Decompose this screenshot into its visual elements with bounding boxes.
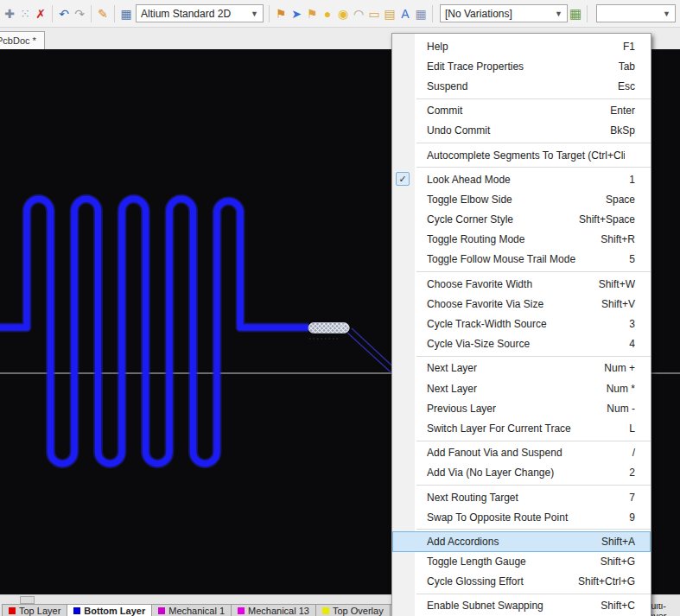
menu-item-shortcut: F1 xyxy=(623,41,635,53)
menu-item-toggle-length-gauge[interactable]: Toggle Length GaugeShift+G xyxy=(392,552,651,572)
menu-item-label: Choose Favorite Width xyxy=(427,278,588,290)
menu-item-suspend[interactable]: SuspendEsc xyxy=(392,76,651,96)
menu-item-add-accordions[interactable]: Add AccordionsShift+A xyxy=(392,531,651,551)
clear-filter-icon[interactable]: ✗ xyxy=(33,4,48,23)
chevron-down-icon: ▼ xyxy=(663,10,670,18)
interactive-routing-icon[interactable]: ⚑ xyxy=(273,4,289,23)
menu-separator xyxy=(416,529,651,530)
menu-separator xyxy=(416,143,651,143)
layer-color-swatch xyxy=(158,607,165,614)
snap-grid-icon[interactable]: ⁙ xyxy=(17,4,33,23)
menu-item-next-layer[interactable]: Next LayerNum * xyxy=(392,378,651,398)
extra-dropdown[interactable]: ▼ xyxy=(596,4,676,22)
toolbar-separator xyxy=(52,5,53,22)
lookahead-segment xyxy=(347,333,397,378)
view-configuration-value: Altium Standard 2D xyxy=(141,8,245,20)
document-tab-pcbdoc[interactable]: PcbDoc * xyxy=(0,31,45,49)
arc-icon[interactable]: ◠ xyxy=(351,4,366,23)
menu-item-switch-layer-for-current-trace[interactable]: Switch Layer For Current TraceL xyxy=(392,418,651,438)
menu-item-toggle-follow-mouse-trail-mode[interactable]: Toggle Follow Mouse Trail Mode5 xyxy=(392,250,651,270)
menu-item-label: Toggle Routing Mode xyxy=(427,233,590,245)
layer-tab-mechanical-1[interactable]: Mechanical 1 xyxy=(151,604,231,616)
layer-tab-label: Top Layer xyxy=(19,606,60,616)
menu-item-toggle-routing-mode[interactable]: Toggle Routing ModeShift+R xyxy=(392,230,651,250)
menu-item-label: Suspend xyxy=(427,80,607,92)
menu-item-label: Next Routing Target xyxy=(427,492,619,504)
menu-item-label: Next Layer xyxy=(427,383,596,395)
layer-tab-top-layer[interactable]: Top Layer xyxy=(2,604,67,616)
move-component-icon[interactable]: ✚ xyxy=(2,4,17,23)
menu-item-shortcut: Shift+R xyxy=(601,233,635,245)
layer-tab-mechanical-13[interactable]: Mechanical 13 xyxy=(231,604,315,616)
component-icon[interactable]: ▦ xyxy=(413,4,429,23)
variations-dropdown[interactable]: [No Variations] ▼ xyxy=(440,4,568,22)
menu-item-add-via-no-layer-change[interactable]: Add Via (No Layer Change)2 xyxy=(392,463,651,483)
menu-item-label: Toggle Elbow Side xyxy=(427,194,595,206)
layer-tab-label: Mechanical 13 xyxy=(248,606,309,616)
toolbar-group-undo-redo: ↶↷ xyxy=(56,4,87,23)
menu-separator xyxy=(416,441,651,441)
menu-item-shortcut: Shift+W xyxy=(599,278,635,290)
menu-item-add-fanout-via-and-suspend[interactable]: Add Fanout Via and Suspend/ xyxy=(392,443,651,463)
menu-item-label: Cycle Track-Width Source xyxy=(427,318,619,330)
menu-item-cycle-corner-style[interactable]: Cycle Corner StyleShift+Space xyxy=(392,210,651,230)
menu-item-edit-trace-properties[interactable]: Edit Trace PropertiesTab xyxy=(392,56,651,76)
horizontal-scrollbar-thumb[interactable] xyxy=(20,596,35,604)
menu-item-shortcut: Enter xyxy=(610,105,635,117)
menu-item-enable-subnet-swapping[interactable]: Enable Subnet SwappingShift+C xyxy=(392,596,651,616)
toolbar-group-filter: ▦ xyxy=(118,4,134,23)
layer-tab-bottom-layer[interactable]: Bottom Layer xyxy=(67,604,151,616)
layer-tab-label: Mechanical 1 xyxy=(168,606,225,616)
pad-array-icon[interactable]: ▤ xyxy=(382,4,397,23)
filter-icon[interactable]: ▦ xyxy=(118,4,134,23)
menu-item-help[interactable]: HelpF1 xyxy=(392,36,651,56)
layer-color-swatch xyxy=(73,607,80,614)
toolbar-group-routing: ⚑➤⚑●◉◠▭▤A▦ xyxy=(273,4,429,23)
toolbar-group-brush: ✎ xyxy=(95,4,111,23)
route-select-icon[interactable]: ➤ xyxy=(289,4,304,23)
diff-pair-routing-icon[interactable]: ⚑ xyxy=(304,4,320,23)
menu-item-shortcut: Space xyxy=(606,194,635,206)
menu-item-shortcut: 3 xyxy=(629,318,635,330)
view-configuration-dropdown[interactable]: Altium Standard 2D ▼ xyxy=(136,4,264,22)
menu-item-previous-layer[interactable]: Previous LayerNum - xyxy=(392,398,651,418)
menu-item-cycle-glossing-effort[interactable]: Cycle Glossing EffortShift+Ctrl+G xyxy=(392,572,651,592)
toolbar-separator xyxy=(114,5,115,22)
layer-tab-top-overlay[interactable]: Top Overlay xyxy=(315,604,390,616)
menu-item-cycle-via-size-source[interactable]: Cycle Via-Size Source4 xyxy=(392,334,651,354)
menu-item-shortcut: Esc xyxy=(618,80,635,92)
layer-color-swatch xyxy=(238,607,245,614)
chevron-down-icon: ▼ xyxy=(555,10,562,18)
via-icon[interactable]: ◉ xyxy=(335,4,351,23)
menu-item-cycle-track-width-source[interactable]: Cycle Track-Width Source3 xyxy=(392,314,651,333)
text-icon[interactable]: A xyxy=(397,4,413,23)
layer-color-swatch xyxy=(322,607,329,614)
toolbar-separator xyxy=(269,5,270,22)
undo-icon[interactable]: ↶ xyxy=(56,4,72,23)
menu-item-commit[interactable]: CommitEnter xyxy=(392,101,651,121)
redo-icon[interactable]: ↷ xyxy=(72,4,87,23)
menu-item-choose-favorite-width[interactable]: Choose Favorite WidthShift+W xyxy=(392,274,651,294)
menu-item-choose-favorite-via-size[interactable]: Choose Favorite Via SizeShift+V xyxy=(392,294,651,314)
menu-item-label: Enable Subnet Swapping xyxy=(427,600,590,612)
checkmark-icon: ✓ xyxy=(396,172,410,186)
menu-item-shortcut: Shift+V xyxy=(601,298,635,310)
brush-icon[interactable]: ✎ xyxy=(95,4,111,23)
variations-value: [No Variations] xyxy=(445,8,550,20)
menu-item-toggle-elbow-side[interactable]: Toggle Elbow SideSpace xyxy=(392,189,651,209)
menu-item-shortcut: 4 xyxy=(629,338,635,350)
pad-icon[interactable]: ● xyxy=(320,4,335,23)
menu-item-label: Look Ahead Mode xyxy=(427,174,619,186)
menu-item-next-routing-target[interactable]: Next Routing Target7 xyxy=(392,487,651,507)
fill-icon[interactable]: ▭ xyxy=(366,4,382,23)
menu-item-look-ahead-mode[interactable]: ✓Look Ahead Mode1 xyxy=(392,169,651,189)
menu-item-shortcut: Shift+G xyxy=(601,556,635,568)
toolbar-separator xyxy=(91,5,92,22)
menu-item-swap-to-opposite-route-point[interactable]: Swap To Opposite Route Point9 xyxy=(392,507,651,527)
variant-chip-icon[interactable]: ▦ xyxy=(568,4,583,23)
menu-item-label: Add Accordions xyxy=(427,536,591,548)
menu-item-undo-commit[interactable]: Undo CommitBkSp xyxy=(392,121,651,141)
menu-item-shortcut: Shift+Space xyxy=(579,213,635,225)
menu-item-autocomplete-segments-to-target-ctrl-click[interactable]: Autocomplete Segments To Target (Ctrl+Cl… xyxy=(392,145,651,165)
menu-item-next-layer[interactable]: Next LayerNum + xyxy=(392,359,651,378)
